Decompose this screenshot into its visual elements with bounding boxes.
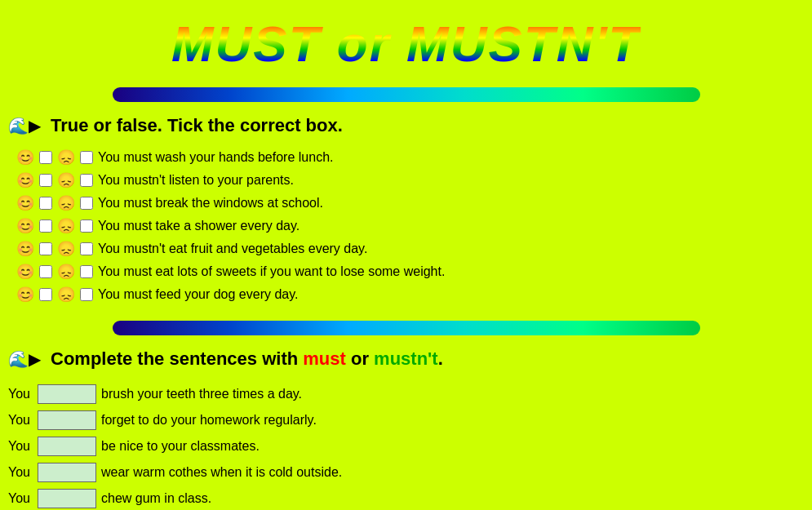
statement-3: You must break the windows at school. xyxy=(98,196,323,211)
you-label-2: You xyxy=(8,413,33,428)
true-checkbox-5[interactable] xyxy=(39,242,52,255)
sad-emoji-1: 😞 xyxy=(57,149,75,166)
list-item: You chew gum in class. xyxy=(8,486,812,510)
you-label-3: You xyxy=(8,439,33,454)
answer-input-4[interactable] xyxy=(38,463,96,482)
happy-emoji-2: 😊 xyxy=(16,171,34,189)
list-item: You brush your teeth three times a day. xyxy=(8,381,812,407)
happy-emoji-3: 😊 xyxy=(16,194,34,212)
list-item: You forget to do your homework regularly… xyxy=(8,407,812,433)
false-checkbox-3[interactable] xyxy=(80,197,93,210)
statement-2: You mustn't listen to your parents. xyxy=(98,173,294,188)
page-container: MUST or MUSTN'T 🌊▶ True or false. Tick t… xyxy=(0,0,812,510)
table-row: 😊 😞 You must eat lots of sweets if you w… xyxy=(16,260,812,283)
happy-emoji-5: 😊 xyxy=(16,240,34,258)
sentence-4: wear warm cothes when it is cold outside… xyxy=(101,465,342,480)
true-checkbox-1[interactable] xyxy=(39,151,52,164)
table-row: 😊 😞 You must take a shower every day. xyxy=(16,215,812,237)
sentence-1: brush your teeth three times a day. xyxy=(101,387,302,401)
sad-emoji-6: 😞 xyxy=(57,263,75,281)
must-keyword: must xyxy=(303,348,346,369)
section2-prefix: Complete the sentences with xyxy=(51,348,303,369)
false-checkbox-2[interactable] xyxy=(80,174,93,187)
complete-area: You brush your teeth three times a day. … xyxy=(0,376,812,510)
list-item: You be nice to your classmates. xyxy=(8,433,812,459)
you-label-1: You xyxy=(8,387,33,401)
statement-7: You must feed your dog every day. xyxy=(98,287,298,302)
sentence-3: be nice to your classmates. xyxy=(101,439,260,454)
section2-suffix: . xyxy=(438,348,443,369)
true-checkbox-4[interactable] xyxy=(39,220,52,233)
or-text: or xyxy=(346,348,374,369)
sad-emoji-2: 😞 xyxy=(57,171,75,189)
mustnt-keyword: mustn't xyxy=(374,348,438,369)
answer-input-5[interactable] xyxy=(38,489,96,508)
false-checkbox-4[interactable] xyxy=(80,220,93,233)
statement-5: You mustn't eat fruit and vegetables eve… xyxy=(98,242,367,256)
true-checkbox-6[interactable] xyxy=(39,265,52,278)
happy-emoji-4: 😊 xyxy=(16,217,34,235)
wave-icon-2: 🌊▶ xyxy=(8,349,41,369)
false-checkbox-1[interactable] xyxy=(80,151,93,164)
section1-header: 🌊▶ True or false. Tick the correct box. xyxy=(0,109,812,143)
true-checkbox-7[interactable] xyxy=(39,288,52,301)
happy-emoji-6: 😊 xyxy=(16,263,34,281)
section2-title: Complete the sentences with must or must… xyxy=(51,348,443,370)
statement-6: You must eat lots of sweets if you want … xyxy=(98,264,445,279)
table-row: 😊 😞 You mustn't listen to your parents. xyxy=(16,169,812,192)
table-row: 😊 😞 You must feed your dog every day. xyxy=(16,283,812,306)
answer-input-1[interactable] xyxy=(38,384,96,404)
answer-input-2[interactable] xyxy=(38,410,96,430)
statements-area: 😊 😞 You must wash your hands before lunc… xyxy=(0,143,812,309)
sad-emoji-5: 😞 xyxy=(57,240,75,258)
table-row: 😊 😞 You must wash your hands before lunc… xyxy=(16,146,812,169)
sad-emoji-7: 😞 xyxy=(57,286,75,304)
section1-title: True or false. Tick the correct box. xyxy=(51,115,343,136)
you-label-4: You xyxy=(8,465,33,480)
statement-4: You must take a shower every day. xyxy=(98,219,300,233)
sad-emoji-4: 😞 xyxy=(57,217,75,235)
answer-input-3[interactable] xyxy=(38,437,96,456)
true-checkbox-2[interactable] xyxy=(39,174,52,187)
sad-emoji-3: 😞 xyxy=(57,194,75,212)
list-item: You wear warm cothes when it is cold out… xyxy=(8,459,812,486)
false-checkbox-6[interactable] xyxy=(80,265,93,278)
false-checkbox-7[interactable] xyxy=(80,288,93,301)
table-row: 😊 😞 You mustn't eat fruit and vegetables… xyxy=(16,237,812,260)
page-title: MUST or MUSTN'T xyxy=(171,15,641,73)
true-checkbox-3[interactable] xyxy=(39,197,52,210)
title-area: MUST or MUSTN'T xyxy=(0,0,812,81)
sentence-5: chew gum in class. xyxy=(101,491,211,506)
statement-1: You must wash your hands before lunch. xyxy=(98,150,333,165)
happy-emoji-1: 😊 xyxy=(16,149,34,166)
false-checkbox-5[interactable] xyxy=(80,242,93,255)
gradient-bar-1 xyxy=(113,87,700,102)
you-label-5: You xyxy=(8,491,33,506)
sentence-2: forget to do your homework regularly. xyxy=(101,413,317,428)
gradient-bar-2 xyxy=(113,321,700,335)
section2-header: 🌊▶ Complete the sentences with must or m… xyxy=(0,342,812,376)
wave-icon-1: 🌊▶ xyxy=(8,116,41,135)
table-row: 😊 😞 You must break the windows at school… xyxy=(16,192,812,215)
happy-emoji-7: 😊 xyxy=(16,286,34,304)
